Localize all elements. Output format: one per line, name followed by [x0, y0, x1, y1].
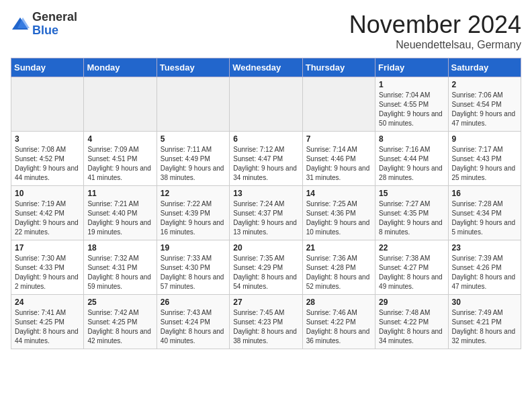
day-detail: Sunrise: 7:06 AM Sunset: 4:54 PM Dayligh… [452, 91, 517, 128]
logo-icon [11, 15, 30, 34]
calendar-cell: 26Sunrise: 7:43 AM Sunset: 4:24 PM Dayli… [157, 295, 229, 349]
day-detail: Sunrise: 7:27 AM Sunset: 4:35 PM Dayligh… [379, 199, 444, 237]
calendar-row-4: 24Sunrise: 7:41 AM Sunset: 4:25 PM Dayli… [11, 295, 521, 349]
calendar-cell [11, 77, 84, 132]
day-detail: Sunrise: 7:32 AM Sunset: 4:31 PM Dayligh… [87, 254, 152, 291]
day-number: 10 [15, 189, 80, 198]
weekday-row: SundayMondayTuesdayWednesdayThursdayFrid… [11, 58, 521, 77]
day-number: 25 [87, 298, 152, 307]
day-detail: Sunrise: 7:21 AM Sunset: 4:40 PM Dayligh… [87, 199, 152, 237]
day-number: 4 [87, 134, 152, 144]
day-detail: Sunrise: 7:12 AM Sunset: 4:47 PM Dayligh… [233, 145, 298, 183]
day-detail: Sunrise: 7:04 AM Sunset: 4:55 PM Dayligh… [379, 91, 444, 128]
day-detail: Sunrise: 7:36 AM Sunset: 4:28 PM Dayligh… [306, 254, 371, 291]
calendar-cell: 6Sunrise: 7:12 AM Sunset: 4:47 PM Daylig… [230, 132, 302, 186]
calendar-cell: 20Sunrise: 7:35 AM Sunset: 4:29 PM Dayli… [230, 240, 302, 295]
calendar-cell: 29Sunrise: 7:48 AM Sunset: 4:22 PM Dayli… [375, 295, 448, 349]
calendar-cell: 28Sunrise: 7:46 AM Sunset: 4:22 PM Dayli… [302, 295, 375, 349]
calendar-cell: 23Sunrise: 7:39 AM Sunset: 4:26 PM Dayli… [448, 240, 521, 295]
calendar-row-2: 10Sunrise: 7:19 AM Sunset: 4:42 PM Dayli… [11, 186, 521, 240]
calendar-cell: 25Sunrise: 7:42 AM Sunset: 4:25 PM Dayli… [84, 295, 157, 349]
day-detail: Sunrise: 7:09 AM Sunset: 4:51 PM Dayligh… [87, 145, 152, 183]
day-number: 19 [161, 243, 226, 253]
day-detail: Sunrise: 7:28 AM Sunset: 4:34 PM Dayligh… [452, 199, 517, 237]
calendar-cell [230, 77, 302, 132]
day-detail: Sunrise: 7:38 AM Sunset: 4:27 PM Dayligh… [379, 254, 444, 291]
day-number: 12 [161, 189, 226, 198]
day-number: 26 [161, 298, 226, 307]
calendar-header: SundayMondayTuesdayWednesdayThursdayFrid… [11, 58, 521, 77]
day-detail: Sunrise: 7:35 AM Sunset: 4:29 PM Dayligh… [233, 254, 298, 291]
calendar-cell: 16Sunrise: 7:28 AM Sunset: 4:34 PM Dayli… [448, 186, 521, 240]
calendar-table: SundayMondayTuesdayWednesdayThursdayFrid… [11, 58, 521, 349]
day-number: 5 [161, 134, 226, 144]
logo-general: General [32, 10, 77, 24]
calendar-cell: 30Sunrise: 7:49 AM Sunset: 4:21 PM Dayli… [448, 295, 521, 349]
calendar-cell: 21Sunrise: 7:36 AM Sunset: 4:28 PM Dayli… [302, 240, 375, 295]
day-number: 15 [379, 189, 444, 198]
day-number: 18 [87, 243, 152, 253]
calendar-cell: 10Sunrise: 7:19 AM Sunset: 4:42 PM Dayli… [11, 186, 84, 240]
day-number: 8 [379, 134, 444, 144]
calendar-cell: 13Sunrise: 7:24 AM Sunset: 4:37 PM Dayli… [230, 186, 302, 240]
calendar-cell: 7Sunrise: 7:14 AM Sunset: 4:46 PM Daylig… [302, 132, 375, 186]
day-number: 17 [15, 243, 80, 253]
calendar-cell: 11Sunrise: 7:21 AM Sunset: 4:40 PM Dayli… [84, 186, 157, 240]
day-detail: Sunrise: 7:39 AM Sunset: 4:26 PM Dayligh… [452, 254, 517, 291]
logo-blue: Blue [32, 24, 58, 37]
header-area: General Blue November 2024 Neuendettelsa… [11, 11, 521, 51]
calendar-cell [157, 77, 229, 132]
calendar-cell: 17Sunrise: 7:30 AM Sunset: 4:33 PM Dayli… [11, 240, 84, 295]
calendar-cell: 15Sunrise: 7:27 AM Sunset: 4:35 PM Dayli… [375, 186, 448, 240]
day-detail: Sunrise: 7:30 AM Sunset: 4:33 PM Dayligh… [15, 254, 80, 291]
day-detail: Sunrise: 7:48 AM Sunset: 4:22 PM Dayligh… [379, 308, 444, 346]
day-number: 27 [233, 298, 298, 307]
day-number: 28 [306, 298, 371, 307]
day-number: 23 [452, 243, 517, 253]
calendar-row-0: 1Sunrise: 7:04 AM Sunset: 4:55 PM Daylig… [11, 77, 521, 132]
day-number: 7 [306, 134, 371, 144]
day-detail: Sunrise: 7:45 AM Sunset: 4:23 PM Dayligh… [233, 308, 298, 346]
day-number: 1 [379, 80, 444, 89]
day-detail: Sunrise: 7:11 AM Sunset: 4:49 PM Dayligh… [161, 145, 226, 183]
calendar-cell: 9Sunrise: 7:17 AM Sunset: 4:43 PM Daylig… [448, 132, 521, 186]
calendar-cell: 8Sunrise: 7:16 AM Sunset: 4:44 PM Daylig… [375, 132, 448, 186]
day-number: 14 [306, 189, 371, 198]
calendar-cell: 27Sunrise: 7:45 AM Sunset: 4:23 PM Dayli… [230, 295, 302, 349]
weekday-header-saturday: Saturday [448, 58, 521, 77]
day-detail: Sunrise: 7:49 AM Sunset: 4:21 PM Dayligh… [452, 308, 517, 346]
calendar-cell: 18Sunrise: 7:32 AM Sunset: 4:31 PM Dayli… [84, 240, 157, 295]
logo-text: General Blue [32, 11, 77, 38]
day-detail: Sunrise: 7:46 AM Sunset: 4:22 PM Dayligh… [306, 308, 371, 346]
calendar-cell: 24Sunrise: 7:41 AM Sunset: 4:25 PM Dayli… [11, 295, 84, 349]
day-number: 13 [233, 189, 298, 198]
day-detail: Sunrise: 7:24 AM Sunset: 4:37 PM Dayligh… [233, 199, 298, 237]
day-detail: Sunrise: 7:33 AM Sunset: 4:30 PM Dayligh… [161, 254, 226, 291]
calendar-cell: 12Sunrise: 7:22 AM Sunset: 4:39 PM Dayli… [157, 186, 229, 240]
day-number: 24 [15, 298, 80, 307]
weekday-header-tuesday: Tuesday [157, 58, 229, 77]
day-number: 2 [452, 80, 517, 89]
day-detail: Sunrise: 7:25 AM Sunset: 4:36 PM Dayligh… [306, 199, 371, 237]
calendar-cell: 1Sunrise: 7:04 AM Sunset: 4:55 PM Daylig… [375, 77, 448, 132]
calendar-cell [302, 77, 375, 132]
calendar-cell [84, 77, 157, 132]
calendar-cell: 2Sunrise: 7:06 AM Sunset: 4:54 PM Daylig… [448, 77, 521, 132]
day-number: 22 [379, 243, 444, 253]
weekday-header-friday: Friday [375, 58, 448, 77]
logo: General Blue [11, 11, 77, 38]
day-detail: Sunrise: 7:22 AM Sunset: 4:39 PM Dayligh… [161, 199, 226, 237]
calendar-cell: 19Sunrise: 7:33 AM Sunset: 4:30 PM Dayli… [157, 240, 229, 295]
month-title: November 2024 [349, 11, 521, 39]
calendar-cell: 4Sunrise: 7:09 AM Sunset: 4:51 PM Daylig… [84, 132, 157, 186]
day-detail: Sunrise: 7:16 AM Sunset: 4:44 PM Dayligh… [379, 145, 444, 183]
day-number: 16 [452, 189, 517, 198]
day-number: 11 [87, 189, 152, 198]
location-title: Neuendettelsau, Germany [349, 39, 521, 51]
day-detail: Sunrise: 7:17 AM Sunset: 4:43 PM Dayligh… [452, 145, 517, 183]
day-number: 9 [452, 134, 517, 144]
weekday-header-monday: Monday [84, 58, 157, 77]
calendar-row-3: 17Sunrise: 7:30 AM Sunset: 4:33 PM Dayli… [11, 240, 521, 295]
calendar-cell: 14Sunrise: 7:25 AM Sunset: 4:36 PM Dayli… [302, 186, 375, 240]
day-detail: Sunrise: 7:14 AM Sunset: 4:46 PM Dayligh… [306, 145, 371, 183]
